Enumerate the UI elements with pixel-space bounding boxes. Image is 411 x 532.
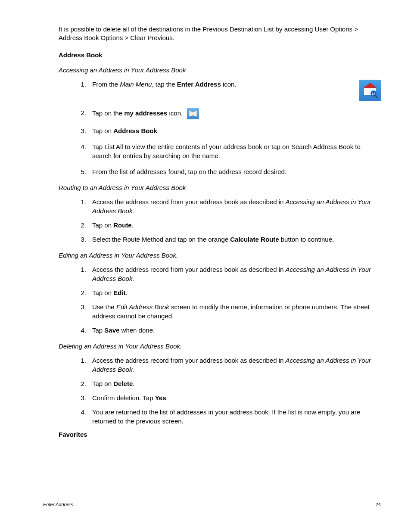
step-number: 5.	[73, 167, 86, 176]
list-item: 3. Select the Route Method and tap on th…	[43, 235, 381, 244]
steps-editing: 1. Access the address record from your a…	[43, 265, 381, 335]
step-text: Tap List All to view the entire contents…	[92, 142, 381, 160]
step-text: Access the address record from your addr…	[92, 356, 381, 374]
step-text: Tap on Address Book	[92, 126, 381, 135]
step-text: Tap on Edit.	[92, 288, 381, 297]
list-item: 1. From the Main Menu, tap the Enter Add…	[43, 80, 381, 101]
step-number: 3.	[73, 235, 86, 244]
step-text: Tap on Route.	[92, 221, 381, 230]
footer-section-title: Enter Address	[43, 502, 73, 507]
subheading-editing: Editing an Address in Your Address Book.	[59, 252, 381, 259]
steps-accessing: 1. From the Main Menu, tap the Enter Add…	[43, 80, 381, 176]
svg-line-4	[375, 96, 377, 98]
steps-routing: 1. Access the address record from your a…	[43, 197, 381, 244]
step-text: Confirm deletion. Tap Yes.	[92, 393, 381, 402]
step-text: From the list of addresses found, tap on…	[92, 167, 381, 176]
list-item: 3. Use the Edit Address Book screen to m…	[43, 302, 381, 320]
step-number: 4.	[73, 326, 86, 335]
list-item: 1. Access the address record from your a…	[43, 265, 381, 283]
step-number: 2.	[73, 108, 86, 117]
list-item: 1. Access the address record from your a…	[43, 356, 381, 374]
subheading-accessing: Accessing an Address in Your Address Boo…	[59, 66, 381, 74]
list-item: 3. Tap on Address Book	[43, 126, 381, 135]
list-item: 5. From the list of addresses found, tap…	[43, 167, 381, 176]
step-text: Tap on Delete.	[92, 379, 381, 388]
step-text: Use the Edit Address Book screen to modi…	[92, 302, 381, 320]
list-item: 1. Access the address record from your a…	[43, 197, 381, 215]
step-number: 1.	[73, 265, 86, 274]
step-number: 3.	[73, 393, 86, 402]
page-number: 24	[376, 502, 381, 507]
heading-address-book: Address Book	[59, 51, 381, 59]
step-number: 3.	[73, 302, 86, 311]
step-text: From the Main Menu, tap the Enter Addres…	[92, 80, 352, 89]
list-item: 4. You are returned to the list of addre…	[43, 408, 381, 426]
list-item: 2. Tap on Route.	[43, 221, 381, 230]
step-number: 3.	[73, 126, 86, 135]
step-number: 4.	[73, 142, 86, 151]
list-item: 2. Tap on Edit.	[43, 288, 381, 297]
list-item: 2. Tap on the my addresses icon.	[43, 108, 381, 119]
list-item: 3. Confirm deletion. Tap Yes.	[43, 393, 381, 402]
step-text: Select the Route Method and tap on the o…	[92, 235, 381, 244]
intro-paragraph: It is possible to delete all of the dest…	[59, 25, 365, 43]
step-text: You are returned to the list of addresse…	[92, 408, 381, 426]
step-number: 4.	[73, 408, 86, 417]
heading-favorites: Favorites	[59, 431, 381, 438]
step-number: 1.	[73, 80, 86, 89]
step-number: 2.	[73, 379, 86, 388]
list-item: 4. Tap Save when done.	[43, 326, 381, 335]
step-text: Access the address record from your addr…	[92, 197, 381, 215]
list-item: 4. Tap List All to view the entire conte…	[43, 142, 381, 160]
list-item: 2. Tap on Delete.	[43, 379, 381, 388]
my-addresses-icon	[187, 108, 199, 119]
svg-text:14: 14	[372, 92, 376, 96]
step-text: Tap Save when done.	[92, 326, 381, 335]
step-text: Tap on the my addresses icon.	[92, 108, 381, 119]
steps-deleting: 1. Access the address record from your a…	[43, 356, 381, 426]
step-number: 1.	[73, 356, 86, 365]
step-text: Access the address record from your addr…	[92, 265, 381, 283]
enter-address-icon: 14	[359, 80, 381, 101]
page-footer: Enter Address 24	[43, 502, 381, 507]
step-number: 2.	[73, 221, 86, 230]
step-number: 1.	[73, 197, 86, 206]
step-number: 2.	[73, 288, 86, 297]
subheading-routing: Routing to an Address in Your Address Bo…	[59, 184, 381, 191]
subheading-deleting: Deleting an Address in Your Address Book…	[59, 342, 381, 350]
svg-marker-1	[363, 83, 377, 88]
